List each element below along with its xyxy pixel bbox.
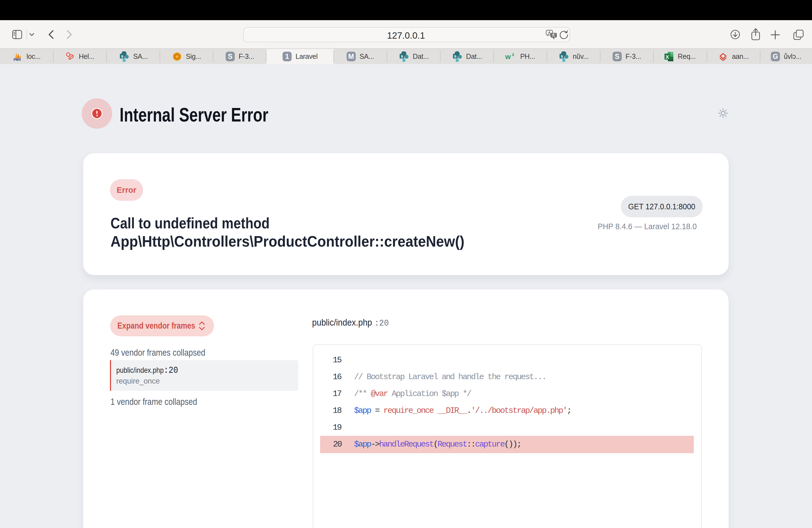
svg-text:s: s — [401, 54, 403, 58]
svg-text:PMA: PMA — [14, 58, 21, 62]
svg-text:X: X — [666, 54, 669, 60]
svg-text:w: w — [505, 53, 511, 61]
svg-text:s: s — [121, 54, 124, 58]
svg-text:3: 3 — [512, 52, 514, 57]
svg-text:s: s — [454, 54, 456, 58]
svg-text:s: s — [561, 54, 563, 58]
